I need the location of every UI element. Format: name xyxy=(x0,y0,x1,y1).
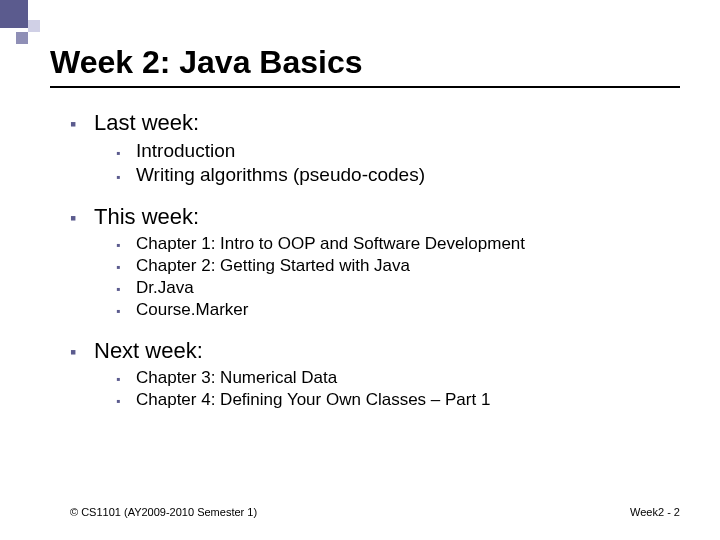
list-item-text: Chapter 3: Numerical Data xyxy=(136,368,337,388)
list-item: ▪ Writing algorithms (pseudo-codes) xyxy=(116,164,670,186)
title-underline xyxy=(50,86,680,88)
square-bullet-icon: ▪ xyxy=(116,147,136,159)
list-item-text: Course.Marker xyxy=(136,300,248,320)
section-heading: Next week: xyxy=(94,338,203,364)
list-item-text: Chapter 2: Getting Started with Java xyxy=(136,256,410,276)
deco-square-big xyxy=(0,0,28,28)
list-item: ▪ Chapter 1: Intro to OOP and Software D… xyxy=(116,234,670,254)
section-next-week: ▪ Next week: xyxy=(70,338,670,364)
square-bullet-icon: ▪ xyxy=(116,305,136,317)
square-bullet-icon: ▪ xyxy=(116,261,136,273)
section-heading: This week: xyxy=(94,204,199,230)
list-item-text: Introduction xyxy=(136,140,235,162)
section-last-week: ▪ Last week: xyxy=(70,110,670,136)
square-bullet-icon: ▪ xyxy=(70,209,94,227)
list-item: ▪ Course.Marker xyxy=(116,300,670,320)
square-bullet-icon: ▪ xyxy=(70,115,94,133)
square-bullet-icon: ▪ xyxy=(116,239,136,251)
list-item-text: Chapter 1: Intro to OOP and Software Dev… xyxy=(136,234,525,254)
square-bullet-icon: ▪ xyxy=(116,395,136,407)
list-item-text: Writing algorithms (pseudo-codes) xyxy=(136,164,425,186)
list-item: ▪ Dr.Java xyxy=(116,278,670,298)
square-bullet-icon: ▪ xyxy=(70,343,94,361)
list-item: ▪ Chapter 3: Numerical Data xyxy=(116,368,670,388)
deco-square-dark xyxy=(16,32,28,44)
square-bullet-icon: ▪ xyxy=(116,373,136,385)
list-item: ▪ Chapter 2: Getting Started with Java xyxy=(116,256,670,276)
deco-square-light xyxy=(28,20,40,32)
slide-title: Week 2: Java Basics xyxy=(50,44,363,81)
square-bullet-icon: ▪ xyxy=(116,283,136,295)
list-item: ▪ Introduction xyxy=(116,140,670,162)
list-item-text: Chapter 4: Defining Your Own Classes – P… xyxy=(136,390,490,410)
footer-copyright: © CS1101 (AY2009-2010 Semester 1) xyxy=(70,506,257,518)
square-bullet-icon: ▪ xyxy=(116,171,136,183)
section-heading: Last week: xyxy=(94,110,199,136)
list-item: ▪ Chapter 4: Defining Your Own Classes –… xyxy=(116,390,670,410)
section-this-week: ▪ This week: xyxy=(70,204,670,230)
list-item-text: Dr.Java xyxy=(136,278,194,298)
footer-page-number: Week2 - 2 xyxy=(630,506,680,518)
slide-content: ▪ Last week: ▪ Introduction ▪ Writing al… xyxy=(70,110,670,410)
